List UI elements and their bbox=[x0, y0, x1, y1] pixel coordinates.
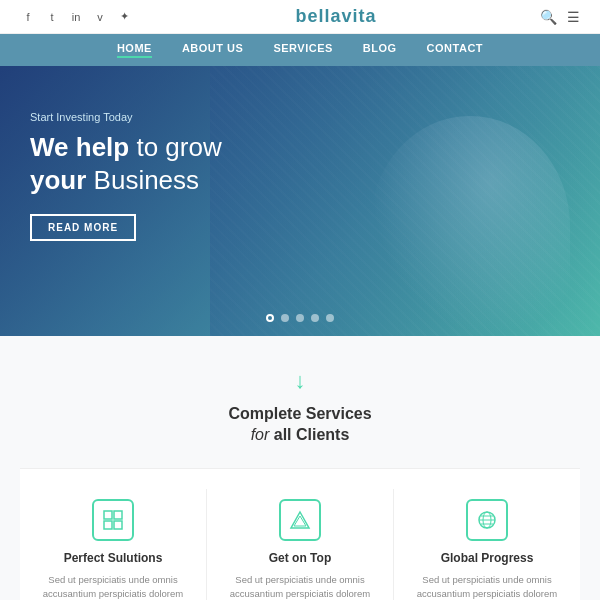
get-on-top-title: Get on Top bbox=[222, 551, 378, 565]
service-card-top: Get on Top Sed ut perspiciatis unde omni… bbox=[207, 489, 394, 600]
top-right-icons: 🔍 ☰ bbox=[540, 9, 580, 25]
hero-content: Start Investing Today We help to grow yo… bbox=[0, 66, 600, 261]
logo[interactable]: bellavita bbox=[295, 6, 376, 27]
menu-icon[interactable]: ☰ bbox=[567, 9, 580, 25]
hero-cta-button[interactable]: READ MORE bbox=[30, 214, 136, 241]
service-card-perfect: Perfect Sulutions Sed ut perspiciatis un… bbox=[20, 489, 207, 600]
svg-rect-2 bbox=[104, 521, 112, 529]
perfect-solutions-text: Sed ut perspiciatis unde omnis accusanti… bbox=[35, 573, 191, 600]
top-bar: f t in v ✦ bellavita 🔍 ☰ bbox=[0, 0, 600, 34]
get-on-top-text: Sed ut perspiciatis unde omnis accusanti… bbox=[222, 573, 378, 600]
nav-home[interactable]: HOME bbox=[117, 42, 152, 58]
perfect-solutions-icon bbox=[92, 499, 134, 541]
hero-title-normal2: Business bbox=[94, 165, 200, 195]
services-section: ↓ Complete Services for all Clients Perf… bbox=[0, 336, 600, 600]
svg-rect-3 bbox=[114, 521, 122, 529]
main-nav: HOME ABOUT US SERVICES BLOG CONTACT bbox=[0, 34, 600, 66]
hero-title-bold2: your bbox=[30, 165, 86, 195]
global-progress-icon bbox=[466, 499, 508, 541]
service-cards: Perfect Sulutions Sed ut perspiciatis un… bbox=[20, 468, 580, 600]
global-progress-title: Global Progress bbox=[409, 551, 565, 565]
logo-text: bellavita bbox=[295, 6, 376, 26]
search-icon[interactable]: 🔍 bbox=[540, 9, 557, 25]
dot-2[interactable] bbox=[281, 314, 289, 322]
perfect-solutions-title: Perfect Sulutions bbox=[35, 551, 191, 565]
hero-section: Start Investing Today We help to grow yo… bbox=[0, 66, 600, 336]
svg-rect-1 bbox=[114, 511, 122, 519]
facebook-icon[interactable]: f bbox=[20, 9, 36, 25]
services-title: Complete Services for all Clients bbox=[20, 404, 580, 446]
social-icons: f t in v ✦ bbox=[20, 9, 132, 25]
dot-3[interactable] bbox=[296, 314, 304, 322]
hero-title-bold1: We help bbox=[30, 132, 129, 162]
service-card-global: Global Progress Sed ut perspiciatis unde… bbox=[394, 489, 580, 600]
svg-rect-0 bbox=[104, 511, 112, 519]
services-arrow-icon: ↓ bbox=[285, 366, 315, 396]
hero-title-normal1: to grow bbox=[136, 132, 221, 162]
linkedin-icon[interactable]: in bbox=[68, 9, 84, 25]
hero-dots bbox=[0, 314, 600, 322]
hero-title: We help to grow your Business bbox=[30, 131, 570, 196]
nav-services[interactable]: SERVICES bbox=[273, 42, 332, 58]
dot-1[interactable] bbox=[266, 314, 274, 322]
dot-5[interactable] bbox=[326, 314, 334, 322]
dot-4[interactable] bbox=[311, 314, 319, 322]
vimeo-icon[interactable]: v bbox=[92, 9, 108, 25]
nav-contact[interactable]: CONTACT bbox=[427, 42, 483, 58]
instagram-icon[interactable]: ✦ bbox=[116, 9, 132, 25]
get-on-top-icon bbox=[279, 499, 321, 541]
svg-marker-5 bbox=[294, 516, 306, 526]
nav-blog[interactable]: BLOG bbox=[363, 42, 397, 58]
hero-subtitle: Start Investing Today bbox=[30, 111, 570, 123]
twitter-icon[interactable]: t bbox=[44, 9, 60, 25]
nav-about[interactable]: ABOUT US bbox=[182, 42, 243, 58]
global-progress-text: Sed ut perspiciatis unde omnis accusanti… bbox=[409, 573, 565, 600]
